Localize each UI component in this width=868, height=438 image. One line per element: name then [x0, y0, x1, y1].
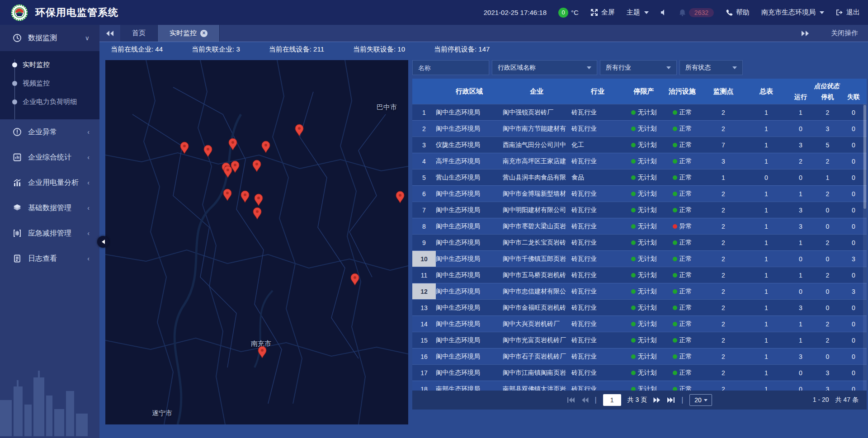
stat-value: 211 — [313, 45, 324, 53]
pager-range-label: 1 - 20 — [813, 396, 829, 404]
map-pin-icon[interactable] — [203, 145, 213, 157]
sidebar-item[interactable]: 企业综合统计 ‹ — [0, 145, 99, 170]
table-row[interactable]: 11 阆中生态环境局 阆中市五马桥页岩机砖 砖瓦行业 无计划 正常 2 1 1 … — [412, 267, 867, 283]
sidebar-item-data-monitoring[interactable]: 数据监测 ∨ — [0, 25, 99, 51]
map-pin-icon[interactable] — [223, 165, 233, 178]
table-row[interactable]: 12 阆中生态环境局 阆中市忠信建材有限公 砖瓦行业 无计划 正常 2 1 0 … — [412, 283, 867, 299]
table-row[interactable]: 7 阆中生态环境局 阆中明阳建材有限公司 砖瓦行业 无计划 正常 2 1 3 0… — [412, 202, 867, 218]
map-pin-icon[interactable] — [350, 273, 360, 286]
notification-count-badge: 2632 — [689, 8, 714, 17]
status-dot-icon — [631, 322, 636, 326]
first-page-button[interactable] — [567, 397, 575, 403]
map-pin-icon[interactable] — [257, 346, 267, 358]
sidebar-item[interactable]: 企业异常 ‹ — [0, 119, 99, 145]
status-dot-icon — [673, 143, 677, 147]
tab-home[interactable]: 首页 — [120, 25, 158, 42]
map-pin-icon[interactable] — [228, 138, 238, 151]
facility-status-cell: 正常 — [664, 251, 701, 267]
tab-realtime-monitoring[interactable]: 实时监控 × — [158, 25, 220, 42]
control-icon — [13, 229, 22, 238]
map-pin-icon[interactable] — [294, 124, 304, 137]
stopped-cell: 3 — [815, 381, 840, 391]
pager-separator: | — [681, 396, 683, 404]
table-row[interactable]: 18 南部生态环境局 南部县双佛镇太洪页岩 砖瓦行业 无计划 正常 2 1 0 … — [412, 381, 867, 391]
map-pin-icon[interactable] — [254, 193, 264, 206]
stat-value: 10 — [397, 45, 405, 53]
temperature-unit: °C — [571, 9, 579, 16]
table-row[interactable]: 10 阆中生态环境局 阆中市千佛镇五郎页岩 砖瓦行业 无计划 正常 2 1 0 … — [412, 250, 867, 267]
table-row[interactable]: 3 仪陇生态环境局 西南油气田分公司川中 化工 无计划 正常 7 1 3 5 0 — [412, 137, 867, 153]
previous-page-button[interactable] — [581, 397, 589, 403]
stat-label: 当前失联设备: — [353, 45, 396, 53]
fullscreen-button[interactable]: 全屏 — [590, 8, 615, 17]
table-row[interactable]: 4 高坪生态环境局 南充市高坪区王家店建 砖瓦行业 无计划 正常 3 1 2 2… — [412, 153, 867, 169]
sidebar-item[interactable]: 应急减排管理 ‹ — [0, 221, 99, 246]
stop-limit-cell: 无计划 — [624, 202, 664, 218]
scrollbar-thumb[interactable] — [863, 105, 866, 209]
sidebar-item[interactable]: 企业用电量分析 ‹ — [0, 170, 99, 195]
tabs-scroll-right-button[interactable] — [795, 30, 816, 37]
sidebar-collapse-toggle[interactable] — [97, 236, 109, 248]
sidebar-submenu-item[interactable]: 视频监控 — [0, 74, 99, 93]
page-size-select[interactable]: 20 — [689, 394, 712, 406]
mute-button[interactable] — [660, 9, 667, 16]
name-filter-input[interactable] — [418, 64, 483, 71]
facility-status-cell: 正常 — [664, 283, 701, 299]
table-row[interactable]: 5 营山生态环境局 营山县润丰肉食品有限 食品 无计划 正常 1 0 0 1 0 — [412, 169, 867, 185]
org-menu[interactable]: 南充市生态环境局 — [761, 8, 824, 17]
enterprise-cell: 阆中市二龙长宝页岩砖 — [503, 235, 571, 250]
map-pin-icon[interactable] — [261, 141, 271, 153]
sidebar-item[interactable]: 基础数据管理 ‹ — [0, 195, 99, 221]
table-row[interactable]: 15 阆中生态环境局 阆中市光富页岩机砖厂 砖瓦行业 无计划 正常 2 1 1 … — [412, 332, 867, 348]
app-title: 环保用电监管系统 — [35, 6, 118, 19]
row-index-cell: 11 — [412, 267, 436, 283]
sidebar-submenu-item[interactable]: 实时监控 — [0, 56, 99, 74]
table-row[interactable]: 9 阆中生态环境局 阆中市二龙长宝页岩砖 砖瓦行业 无计划 正常 2 1 1 2… — [412, 234, 867, 250]
log-icon — [13, 254, 22, 263]
table-row[interactable]: 1 阆中生态环境局 阆中强锐页岩砖厂 砖瓦行业 无计划 正常 2 1 1 2 0 — [412, 104, 867, 120]
stat-label: 当前在线企业: — [111, 45, 153, 53]
table-row[interactable]: 14 阆中生态环境局 阆中大兴页岩机砖厂 砖瓦行业 无计划 正常 2 1 1 2… — [412, 316, 867, 332]
map-pin-icon[interactable] — [395, 191, 405, 203]
region-cell: 高坪生态环境局 — [436, 153, 503, 169]
table-row[interactable]: 16 阆中生态环境局 阆中市石子页岩机砖厂 砖瓦行业 无计划 正常 2 1 3 … — [412, 348, 867, 364]
logout-button[interactable]: 退出 — [836, 8, 860, 17]
close-operations-button[interactable]: 关闭操作 — [831, 29, 858, 38]
monitor-points-cell: 2 — [701, 251, 746, 267]
map-pin-icon[interactable] — [252, 207, 262, 220]
sidebar-item-label: 应急减排管理 — [28, 229, 71, 238]
last-page-button[interactable] — [667, 397, 675, 403]
monitor-points-cell: 2 — [701, 316, 746, 332]
enterprise-cell: 阆中市南方节能建材有 — [503, 121, 571, 137]
table-scrollbar[interactable] — [863, 104, 867, 391]
logout-label: 退出 — [846, 8, 860, 17]
phone-icon — [726, 9, 733, 16]
region-filter-select[interactable]: 行政区域名称 — [492, 60, 597, 75]
row-index-cell: 2 — [412, 121, 436, 137]
map-pin-icon[interactable] — [179, 141, 189, 154]
table-row[interactable]: 13 阆中生态环境局 阆中市金福旺页岩机砖 砖瓦行业 无计划 正常 2 1 3 … — [412, 299, 867, 316]
table-row[interactable]: 8 阆中生态环境局 阆中市枣碧大梁山页岩 砖瓦行业 无计划 异常 2 1 3 0… — [412, 218, 867, 234]
map-pin-icon[interactable] — [222, 188, 232, 201]
name-filter-field[interactable] — [412, 60, 489, 75]
map-pin-icon[interactable] — [252, 160, 262, 172]
industry-filter-select[interactable]: 所有行业 — [600, 60, 677, 75]
sidebar-submenu-item[interactable]: 企业电力负荷明细 — [0, 93, 99, 111]
region-cell: 阆中生态环境局 — [436, 316, 503, 332]
table-row[interactable]: 6 阆中生态环境局 阆中市金博瑞新型墙材 砖瓦行业 无计划 正常 2 1 1 2… — [412, 185, 867, 202]
map-pin-icon[interactable] — [240, 190, 250, 203]
monitor-points-cell: 7 — [701, 137, 746, 153]
table-row[interactable]: 2 阆中生态环境局 阆中市南方节能建材有 砖瓦行业 无计划 正常 2 1 0 3… — [412, 120, 867, 137]
page-number-input[interactable] — [603, 394, 621, 406]
map-panel[interactable]: 巴中市 南充市 遂宁市 — [105, 60, 408, 424]
tab-close-icon[interactable]: × — [200, 30, 208, 37]
notifications[interactable]: 2632 — [679, 8, 714, 17]
status-filter-select[interactable]: 所有状态 — [679, 60, 743, 75]
table-row[interactable]: 17 阆中生态环境局 阆中市江南镇阆南页岩 砖瓦行业 无计划 正常 2 1 0 … — [412, 364, 867, 381]
help-button[interactable]: 帮助 — [726, 8, 750, 17]
tabs-scroll-left-button[interactable] — [99, 25, 120, 42]
next-page-button[interactable] — [653, 397, 660, 403]
stat-item: 当前失联设备: 10 — [353, 45, 405, 54]
sidebar-item[interactable]: 日志查看 ‹ — [0, 246, 99, 271]
theme-menu[interactable]: 主题 — [627, 8, 649, 17]
